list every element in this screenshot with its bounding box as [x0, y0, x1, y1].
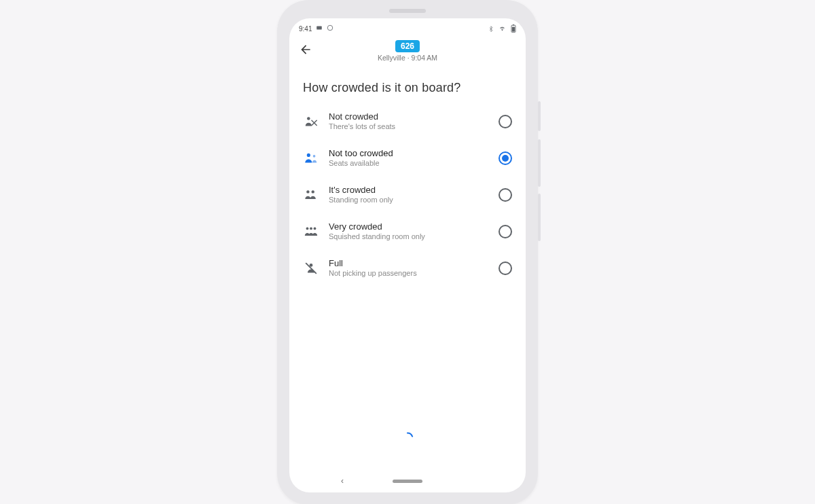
route-pill: 626	[395, 40, 420, 52]
notification-icon-2	[327, 24, 333, 33]
content: How crowded is it on board? Not crowded …	[289, 69, 526, 469]
svg-point-1	[328, 25, 333, 31]
status-right	[488, 24, 516, 33]
option-text: Very crowded Squished standing room only	[329, 221, 489, 242]
bluetooth-icon	[488, 24, 494, 33]
notification-icon	[316, 24, 323, 33]
svg-rect-3	[512, 27, 515, 32]
radio[interactable]	[499, 188, 512, 202]
option-not-crowded[interactable]: Not crowded There's lots of seats	[302, 107, 513, 136]
svg-point-10	[306, 227, 309, 230]
wifi-icon	[498, 25, 507, 32]
option-subtitle: Standing room only	[329, 196, 489, 205]
radio[interactable]	[499, 225, 512, 238]
option-text: Full Not picking up passengers	[329, 258, 489, 278]
status-left: 9:41	[299, 24, 333, 33]
power-button[interactable]	[538, 101, 541, 131]
svg-rect-0	[317, 26, 323, 30]
option-subtitle: Seats available	[329, 159, 489, 168]
question-title: How crowded is it on board?	[303, 81, 513, 95]
option-title: It's crowded	[329, 185, 489, 196]
system-nav-bar: ‹	[289, 469, 526, 492]
nav-home-pill[interactable]	[393, 480, 422, 483]
svg-point-8	[306, 190, 309, 193]
option-text: It's crowded Standing room only	[329, 185, 489, 205]
svg-point-9	[312, 190, 314, 193]
radio[interactable]	[499, 262, 512, 275]
app-header: 626 Kellyville · 9:04 AM	[289, 36, 526, 69]
crowd-level-3-icon	[303, 187, 319, 203]
option-title: Not crowded	[329, 111, 489, 122]
options-list: Not crowded There's lots of seats	[302, 107, 513, 283]
svg-point-11	[310, 227, 312, 230]
volume-up-button[interactable]	[538, 139, 541, 187]
volume-down-button[interactable]	[538, 194, 541, 241]
option-title: Not too crowded	[329, 148, 489, 159]
phone-frame: 9:41	[277, 0, 538, 504]
option-subtitle: There's lots of seats	[329, 122, 489, 132]
route-separator: ·	[405, 54, 412, 62]
option-title: Full	[329, 258, 489, 269]
nav-back-icon[interactable]: ‹	[341, 476, 344, 486]
radio[interactable]	[499, 151, 512, 165]
option-text: Not crowded There's lots of seats	[329, 111, 489, 132]
option-subtitle: Squished standing room only	[329, 232, 489, 242]
route-time: 9:04 AM	[412, 54, 438, 62]
crowd-level-4-icon	[303, 223, 319, 240]
svg-point-12	[314, 227, 316, 230]
back-button[interactable]	[297, 43, 314, 59]
crowd-level-1-icon	[303, 113, 319, 130]
radio[interactable]	[499, 115, 512, 128]
arrow-left-icon	[299, 43, 312, 59]
option-subtitle: Not picking up passengers	[329, 269, 489, 278]
status-time: 9:41	[299, 25, 312, 33]
crowd-level-5-icon	[303, 260, 319, 276]
option-title: Very crowded	[329, 221, 489, 232]
svg-point-5	[307, 117, 310, 120]
svg-rect-4	[513, 24, 514, 25]
option-its-crowded[interactable]: It's crowded Standing room only	[302, 181, 513, 209]
svg-point-6	[307, 154, 310, 157]
route-subtitle: Kellyville · 9:04 AM	[378, 54, 437, 62]
header-center: 626 Kellyville · 9:04 AM	[378, 40, 437, 62]
screen: 9:41	[289, 18, 526, 492]
battery-icon	[511, 24, 516, 33]
option-very-crowded[interactable]: Very crowded Squished standing room only	[302, 217, 513, 246]
status-bar: 9:41	[289, 18, 526, 36]
option-not-too-crowded[interactable]: Not too crowded Seats available	[302, 144, 513, 173]
option-full[interactable]: Full Not picking up passengers	[302, 254, 513, 283]
svg-point-7	[313, 155, 316, 158]
route-destination: Kellyville	[378, 54, 405, 62]
loading-spinner-icon	[401, 431, 414, 445]
option-text: Not too crowded Seats available	[329, 148, 489, 168]
crowd-level-2-icon	[303, 150, 319, 166]
